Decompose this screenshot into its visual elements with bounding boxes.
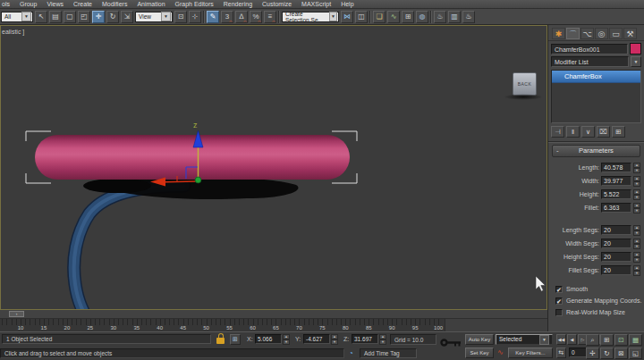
- param-widthsegs-spinner[interactable]: ▲▼: [633, 239, 640, 248]
- percent-snap-icon[interactable]: %∩: [250, 11, 262, 23]
- param-height-field[interactable]: 5.522: [601, 189, 631, 199]
- checkbox-smooth[interactable]: ✔: [555, 286, 563, 293]
- selection-lock-icon[interactable]: [216, 333, 225, 344]
- selection-filter-dropdown[interactable]: All▼: [1, 12, 33, 22]
- layer-manager-icon[interactable]: ❏: [373, 11, 386, 23]
- select-move-icon[interactable]: ✛: [92, 11, 105, 23]
- rect-selection-region-icon[interactable]: ▢: [64, 11, 76, 23]
- modifier-list-dropdown[interactable]: Modifier List: [551, 56, 629, 67]
- render-icon[interactable]: ♨: [462, 11, 475, 23]
- spinner-down-icon[interactable]: ▼: [633, 244, 640, 249]
- curve-editor-icon[interactable]: ∿: [387, 11, 400, 23]
- time-slider-handle[interactable]: ›: [9, 311, 24, 317]
- zoom-extents-all-icon[interactable]: ▦: [629, 334, 642, 346]
- zoom-region-icon[interactable]: ⊠: [614, 347, 628, 359]
- orbit-icon[interactable]: ↻: [600, 347, 614, 359]
- remove-modifier-button[interactable]: ⌧: [597, 126, 610, 138]
- spinner-snap-icon[interactable]: ≡∩: [264, 11, 276, 23]
- perspective-viewport[interactable]: ealistic ]: [0, 25, 547, 310]
- angle-snap-icon[interactable]: ∆∩: [235, 11, 248, 23]
- gizmo-center-handle[interactable]: [195, 177, 201, 183]
- param-filletsegs-field[interactable]: 20: [601, 265, 631, 275]
- menu-tools[interactable]: ols: [2, 1, 10, 7]
- x-coord-field[interactable]: 5.066: [255, 334, 282, 344]
- param-height-spinner[interactable]: ▲▼: [633, 189, 640, 199]
- pan-view-icon[interactable]: ✢: [586, 347, 599, 359]
- tab-hierarchy[interactable]: ⌥: [580, 28, 594, 39]
- menu-views[interactable]: Views: [47, 1, 64, 7]
- dropdown-arrow-icon[interactable]: ▼: [21, 12, 31, 21]
- schematic-view-icon[interactable]: ⊞: [402, 11, 414, 23]
- rollout-collapse-icon[interactable]: -: [556, 146, 559, 155]
- modifier-list-dropdown-arrow[interactable]: ▼: [631, 56, 641, 67]
- track-bar-ruler[interactable]: 101520253035404550556065707580859095100: [0, 319, 445, 332]
- mirror-icon[interactable]: ⋈: [341, 11, 353, 23]
- transform-typein-mode-icon[interactable]: ⊞: [230, 334, 241, 345]
- use-pivot-center-icon[interactable]: ⊡: [174, 11, 187, 23]
- dropdown-arrow-icon[interactable]: ▼: [161, 12, 171, 21]
- spinner-down-icon[interactable]: ▼: [633, 208, 640, 213]
- configure-modifier-sets-button[interactable]: ⊞: [612, 126, 625, 138]
- pin-stack-button[interactable]: ⊣: [551, 126, 564, 138]
- checkbox-generate-mapping-coords-[interactable]: ✔: [555, 297, 563, 305]
- back-overlay-button[interactable]: BACK: [513, 72, 537, 96]
- select-by-name-icon[interactable]: ▤: [49, 11, 62, 23]
- snap-3d-icon[interactable]: 3∩: [221, 11, 233, 23]
- zoom-all-icon[interactable]: ⊞: [600, 334, 614, 346]
- param-heightsegs-field[interactable]: 20: [601, 252, 631, 262]
- auto-key-button[interactable]: Auto Key: [465, 334, 494, 345]
- y-coord-field[interactable]: -4.627: [303, 334, 330, 344]
- tab-display[interactable]: ▭: [609, 28, 623, 39]
- align-icon[interactable]: ◫: [355, 11, 368, 23]
- menu-animation[interactable]: Animation: [137, 1, 165, 7]
- add-time-tag-field[interactable]: Add Time Tag: [360, 348, 417, 358]
- zoom-icon[interactable]: ⌕: [586, 334, 599, 346]
- y-coord-spinner[interactable]: ▲▼: [331, 334, 338, 344]
- selection-set-dropdown[interactable]: Create Selection Se▼: [282, 12, 339, 22]
- tab-utilities[interactable]: ⚒: [623, 28, 637, 39]
- menu-modifiers[interactable]: Modifiers: [102, 1, 127, 7]
- spinner-down-icon[interactable]: ▼: [633, 195, 640, 200]
- selected-set-dropdown[interactable]: Selected▼: [496, 334, 553, 345]
- param-widthsegs-field[interactable]: 20: [601, 239, 631, 248]
- tab-modify[interactable]: ⌒: [566, 28, 580, 39]
- param-length-spinner[interactable]: ▲▼: [633, 163, 640, 172]
- maximize-viewport-icon[interactable]: ◱: [629, 347, 642, 359]
- z-coord-spinner[interactable]: ▲▼: [379, 334, 386, 344]
- chamferbox-object[interactable]: [35, 135, 350, 180]
- spinner-down-icon[interactable]: ▼: [633, 257, 640, 263]
- object-name-field[interactable]: ChamferBox001: [551, 44, 628, 54]
- param-fillet-field[interactable]: 6.363: [601, 203, 631, 213]
- param-lengthsegs-spinner[interactable]: ▲▼: [633, 225, 640, 235]
- key-mode-toggle-button[interactable]: ⇆: [556, 347, 566, 358]
- set-key-button[interactable]: Set Key: [465, 347, 494, 358]
- menu-graph-editors[interactable]: Graph Editors: [175, 1, 214, 7]
- material-editor-icon[interactable]: ◍: [416, 11, 428, 23]
- spinner-down-icon[interactable]: ▼: [633, 181, 640, 187]
- key-filters-button[interactable]: Key Filters...: [508, 347, 553, 358]
- dropdown-arrow-icon[interactable]: ▼: [539, 335, 549, 345]
- menu-group[interactable]: Group: [20, 1, 37, 7]
- select-manipulate-icon[interactable]: ⊹: [189, 11, 201, 23]
- tab-motion[interactable]: ◎: [595, 28, 608, 39]
- object-color-swatch[interactable]: [630, 43, 641, 54]
- select-rotate-icon[interactable]: ↻: [106, 11, 119, 23]
- render-setup-icon[interactable]: ♨: [434, 11, 446, 23]
- zoom-extents-icon[interactable]: ⊡: [614, 334, 628, 346]
- make-unique-button[interactable]: ∨: [581, 126, 595, 138]
- goto-start-button[interactable]: ◀◀: [556, 334, 566, 345]
- menu-create[interactable]: Create: [73, 1, 92, 7]
- spinner-down-icon[interactable]: ▼: [633, 168, 640, 173]
- z-coord-field[interactable]: 31.697: [352, 334, 378, 344]
- window-crossing-icon[interactable]: ◰: [78, 11, 90, 23]
- show-end-result-button[interactable]: ‖: [566, 126, 580, 138]
- viewport-shading-label[interactable]: ealistic ]: [2, 29, 24, 35]
- tab-create[interactable]: ✱: [552, 28, 565, 39]
- rendered-frame-icon[interactable]: ▥: [448, 11, 461, 23]
- param-width-field[interactable]: 39.977: [601, 176, 631, 186]
- spinner-down-icon[interactable]: ▼: [633, 271, 640, 276]
- select-object-icon[interactable]: ↖: [35, 11, 47, 23]
- param-lengthsegs-field[interactable]: 20: [601, 225, 631, 235]
- menu-maxscript[interactable]: MAXScript: [301, 1, 331, 7]
- spinner-down-icon[interactable]: ▼: [633, 230, 640, 236]
